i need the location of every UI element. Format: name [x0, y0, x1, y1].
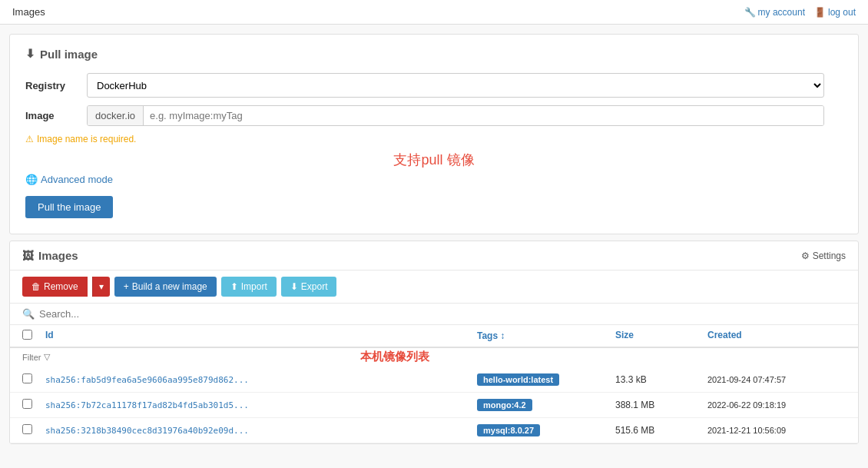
created-cell-1: 2022-06-22 09:18:19 [707, 400, 846, 410]
id-cell-0: sha256:fab5d9fea6a5e9606aa995e879d862... [45, 375, 477, 385]
table-row: sha256:fab5d9fea6a5e9606aa995e879d862...… [10, 367, 858, 393]
images-section: 🖼 Images ⚙ Settings 🗑 Remove ▾ + Build a… [9, 241, 859, 444]
build-button[interactable]: + Build a new image [114, 277, 217, 297]
tag-badge-2: mysql:8.0.27 [477, 424, 540, 436]
settings-link[interactable]: ⚙ Settings [801, 251, 846, 261]
size-cell-0: 13.3 kB [615, 374, 707, 385]
sort-icon: ↕ [500, 330, 505, 341]
id-cell-1: sha256:7b72ca11178f17ad82b4fd5ab301d5... [45, 400, 477, 410]
row-checkbox-1[interactable] [22, 399, 32, 409]
row-checkbox-0[interactable] [22, 373, 32, 383]
id-cell-2: sha256:3218b38490cec8d31976a40b92e09d... [45, 426, 477, 436]
remove-dropdown-button[interactable]: ▾ [92, 277, 110, 297]
download-icon: ⬇ [25, 47, 35, 61]
tag-cell-1: mongo:4.2 [477, 399, 615, 411]
toolbar: 🗑 Remove ▾ + Build a new image ⬆ Import … [10, 271, 858, 304]
images-feature-label: 本机镜像列表 [360, 350, 429, 364]
advanced-mode-link[interactable]: 🌐 Advanced mode [25, 174, 843, 185]
pull-image-button[interactable]: Pull the image [25, 196, 113, 218]
import-icon: ⬆ [230, 281, 238, 292]
filter-row: Filter ▽ 本机镜像列表 [10, 348, 858, 367]
gear-icon: ⚙ [801, 251, 810, 261]
plus-icon: + [124, 281, 129, 292]
col-id-header[interactable]: Id [45, 330, 477, 342]
pull-image-section: ⬇ Pull image Registry DockerHub Image do… [9, 34, 859, 234]
image-input[interactable] [144, 106, 823, 125]
import-button[interactable]: ⬆ Import [221, 277, 277, 297]
size-cell-2: 515.6 MB [615, 425, 707, 436]
log-out-link[interactable]: 🚪 log out [814, 7, 856, 18]
images-icon: 🖼 [22, 249, 34, 262]
registry-select[interactable]: DockerHub [87, 73, 824, 98]
image-label: Image [25, 110, 87, 121]
pull-feature-label: 支持pull 镜像 [393, 151, 474, 169]
feature-label-container: 支持pull 镜像 [25, 151, 843, 174]
wrench-icon: 🔧 [744, 7, 756, 18]
filter-icon: ▽ [44, 352, 50, 362]
tag-badge-1: mongo:4.2 [477, 399, 532, 411]
tag-cell-0: hello-world:latest [477, 373, 615, 386]
trash-icon: 🗑 [31, 281, 41, 292]
images-title: 🖼 Images [22, 249, 78, 262]
created-cell-0: 2021-09-24 07:47:57 [707, 375, 846, 384]
page-title: Images [12, 6, 45, 18]
remove-button[interactable]: 🗑 Remove [22, 277, 88, 297]
select-all-checkbox[interactable] [22, 330, 32, 340]
search-input[interactable] [39, 308, 193, 320]
created-cell-2: 2021-12-21 10:56:09 [707, 426, 846, 435]
top-bar-links: 🔧 my account 🚪 log out [744, 7, 856, 18]
table-rows-container: sha256:fab5d9fea6a5e9606aa995e879d862...… [10, 367, 858, 443]
export-icon: ⬇ [290, 281, 298, 292]
tag-cell-2: mysql:8.0.27 [477, 424, 615, 436]
logout-icon: 🚪 [814, 7, 826, 18]
col-created-header[interactable]: Created [707, 330, 846, 342]
registry-label: Registry [25, 80, 87, 91]
globe-icon: 🌐 [25, 174, 38, 185]
row-checkbox-2[interactable] [22, 424, 32, 434]
pull-image-header: ⬇ Pull image [25, 47, 843, 61]
col-tags-header[interactable]: Tags ↕ [477, 330, 615, 342]
image-input-wrapper: docker.io [87, 105, 824, 126]
warning-icon: ⚠ [25, 134, 34, 144]
size-cell-1: 388.1 MB [615, 400, 707, 410]
col-size-header[interactable]: Size [615, 330, 707, 342]
top-bar: Images 🔧 my account 🚪 log out [0, 0, 868, 25]
table-header: Id Tags ↕ Size Created [10, 325, 858, 348]
images-section-header: 🖼 Images ⚙ Settings [10, 241, 858, 271]
registry-row: Registry DockerHub [25, 73, 843, 98]
image-prefix: docker.io [88, 106, 144, 125]
search-bar: 🔍 [10, 304, 858, 325]
export-button[interactable]: ⬇ Export [281, 277, 337, 297]
table-row: sha256:7b72ca11178f17ad82b4fd5ab301d5...… [10, 393, 858, 418]
tag-badge-0: hello-world:latest [477, 373, 559, 386]
chevron-down-icon: ▾ [99, 281, 104, 292]
image-row: Image docker.io [25, 105, 843, 126]
search-icon: 🔍 [22, 308, 35, 320]
my-account-link[interactable]: 🔧 my account [744, 7, 805, 18]
table-row: sha256:3218b38490cec8d31976a40b92e09d...… [10, 418, 858, 443]
warning-message: ⚠ Image name is required. [25, 134, 843, 144]
